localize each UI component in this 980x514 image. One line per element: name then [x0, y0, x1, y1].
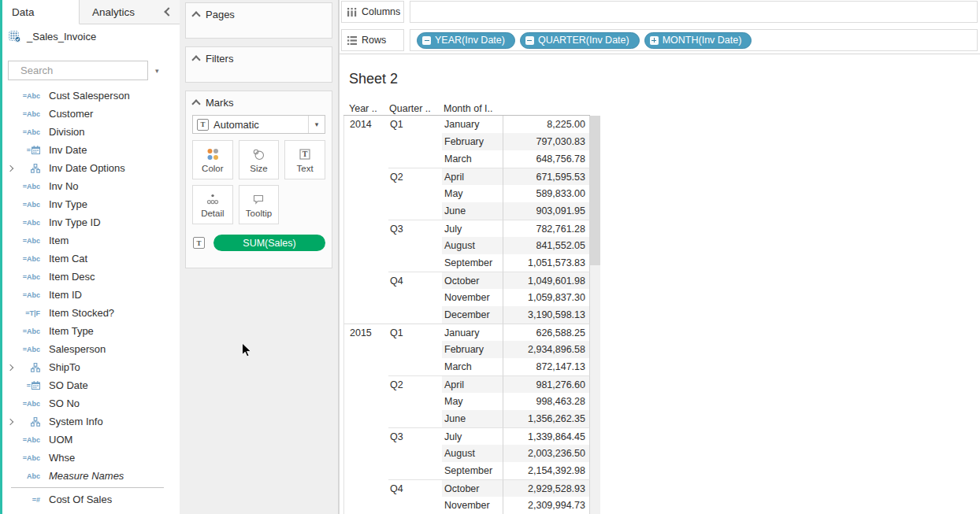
filters-card[interactable]: Filters	[185, 46, 332, 83]
table-scrollbar[interactable]	[590, 116, 600, 514]
field-item[interactable]: =AbcUOM	[0, 431, 175, 449]
field-item[interactable]: =AbcSalesperson	[0, 340, 175, 358]
field-item[interactable]: =T|FItem Stocked?	[0, 304, 175, 322]
field-item[interactable]: AbcMeasure Names	[0, 467, 175, 485]
year-cell[interactable]	[343, 393, 388, 410]
year-cell[interactable]	[343, 497, 388, 514]
quarter-cell[interactable]: Q1	[388, 324, 442, 341]
field-item[interactable]: =AbcInv No	[0, 177, 175, 195]
value-cell[interactable]: 2,154,392.98	[503, 462, 590, 479]
value-cell[interactable]: 797,030.83	[503, 133, 590, 150]
year-cell[interactable]	[343, 479, 388, 497]
sum-sales-pill[interactable]: SUM(Sales)	[213, 235, 325, 251]
field-item[interactable]: =AbcItem Type	[0, 322, 175, 340]
year-cell[interactable]	[343, 358, 388, 375]
year-cell[interactable]	[343, 254, 388, 272]
value-cell[interactable]: 998,463.28	[503, 393, 590, 410]
quarter-cell[interactable]	[388, 445, 442, 462]
month-cell[interactable]: October	[442, 272, 503, 289]
value-cell[interactable]: 2,934,896.58	[503, 341, 590, 358]
year-cell[interactable]	[343, 150, 388, 168]
field-item[interactable]: =SO Date	[0, 376, 175, 394]
size-button[interactable]: Size	[239, 140, 280, 179]
datasource-row[interactable]: _Sales_Invoice	[0, 24, 180, 48]
value-cell[interactable]: 841,552.05	[503, 237, 590, 254]
quarter-cell[interactable]	[388, 306, 442, 324]
chevron-up-icon[interactable]	[191, 99, 200, 108]
color-button[interactable]: Color	[192, 140, 233, 179]
rows-shelf[interactable]: YEAR(Inv Date)QUARTER(Inv Date)MONTH(Inv…	[410, 29, 978, 51]
year-cell[interactable]	[343, 445, 388, 462]
search-input[interactable]	[19, 64, 161, 77]
field-item[interactable]: System Info	[0, 412, 175, 431]
month-cell[interactable]: May	[442, 393, 503, 410]
month-cell[interactable]: April	[442, 375, 503, 393]
field-item[interactable]: =AbcItem ID	[0, 286, 175, 304]
quarter-cell[interactable]	[388, 237, 442, 254]
year-cell[interactable]	[343, 272, 388, 289]
field-item[interactable]: =AbcInv Type ID	[0, 213, 175, 231]
field-item[interactable]: =#Cost Of Sales	[0, 490, 175, 508]
month-cell[interactable]: May	[442, 185, 503, 202]
value-cell[interactable]: 1,339,864.45	[503, 427, 590, 445]
value-cell[interactable]: 1,049,601.98	[503, 272, 590, 289]
tab-analytics[interactable]: Analytics	[80, 0, 158, 24]
month-cell[interactable]: April	[442, 168, 503, 185]
search-options-caret[interactable]: ▾	[155, 67, 159, 75]
value-cell[interactable]: 8,225.00	[503, 116, 590, 133]
value-cell[interactable]: 782,761.28	[503, 220, 590, 237]
value-cell[interactable]: 981,276.60	[503, 375, 590, 393]
expand-caret-icon[interactable]	[6, 165, 13, 171]
year-cell[interactable]	[343, 185, 388, 202]
field-item[interactable]: =AbcItem	[0, 231, 175, 250]
chevron-up-icon[interactable]	[191, 11, 200, 20]
year-cell[interactable]	[343, 341, 388, 358]
value-cell[interactable]: 626,588.25	[503, 324, 590, 341]
column-header-month[interactable]: Month of I..	[444, 103, 493, 114]
mark-type-dropdown[interactable]: T Automatic ▾	[192, 115, 325, 134]
chevron-up-icon[interactable]	[191, 55, 200, 64]
value-cell[interactable]: 1,356,262.35	[503, 410, 590, 427]
field-item[interactable]: =AbcCust Salesperson	[0, 87, 175, 105]
month-cell[interactable]: March	[442, 358, 503, 375]
rows-pill-quarter-inv-date[interactable]: QUARTER(Inv Date)	[520, 32, 640, 49]
month-cell[interactable]: July	[442, 427, 503, 445]
collapse-toggle-icon[interactable]	[422, 36, 431, 45]
quarter-cell[interactable]	[388, 133, 442, 150]
year-cell[interactable]	[343, 427, 388, 445]
tooltip-button[interactable]: Tooltip	[239, 185, 280, 224]
field-item[interactable]: Inv Date Options	[0, 159, 175, 177]
field-item[interactable]: =AbcItem Desc	[0, 268, 175, 286]
year-cell[interactable]	[343, 462, 388, 479]
quarter-cell[interactable]: Q2	[388, 168, 442, 185]
value-cell[interactable]: 3,190,598.13	[503, 306, 590, 324]
quarter-cell[interactable]: Q1	[388, 116, 442, 133]
field-item[interactable]: =AbcCustomer	[0, 105, 175, 123]
dropdown-caret-icon[interactable]: ▾	[308, 116, 325, 133]
year-cell[interactable]	[343, 220, 388, 237]
field-item[interactable]: ShipTo	[0, 358, 175, 376]
quarter-cell[interactable]	[388, 150, 442, 168]
value-cell[interactable]: 872,147.13	[503, 358, 590, 375]
text-button[interactable]: TText	[284, 140, 325, 179]
collapse-toggle-icon[interactable]	[525, 36, 534, 45]
quarter-cell[interactable]	[388, 497, 442, 514]
field-item[interactable]: =AbcSO No	[0, 394, 175, 412]
value-cell[interactable]: 2,309,994.73	[503, 497, 590, 514]
value-cell[interactable]: 903,091.95	[503, 202, 590, 220]
value-cell[interactable]: 2,003,236.50	[503, 445, 590, 462]
quarter-cell[interactable]	[388, 393, 442, 410]
field-item[interactable]: =Inv Date	[0, 141, 175, 159]
month-cell[interactable]: March	[442, 150, 503, 168]
pages-card[interactable]: Pages	[185, 2, 332, 39]
value-cell[interactable]: 671,595.53	[503, 168, 590, 185]
year-cell[interactable]	[343, 375, 388, 393]
detail-button[interactable]: Detail	[192, 185, 233, 224]
year-cell[interactable]	[343, 306, 388, 324]
quarter-cell[interactable]	[388, 202, 442, 220]
column-header-quarter[interactable]: Quarter ..	[389, 103, 431, 114]
quarter-cell[interactable]	[388, 185, 442, 202]
field-item[interactable]: =AbcInv Type	[0, 195, 175, 213]
columns-shelf[interactable]	[410, 1, 978, 23]
month-cell[interactable]: August	[442, 237, 503, 254]
